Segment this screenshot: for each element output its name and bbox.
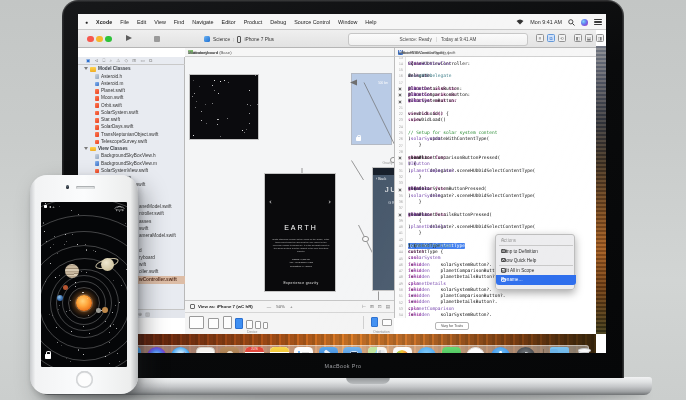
home-button[interactable]: [76, 371, 93, 388]
file-row[interactable]: Moon.swift: [78, 95, 185, 102]
menu-item-navigate[interactable]: Navigate: [192, 19, 213, 25]
menu-item-show-quick-help[interactable]: Show Quick Help⌥: [496, 256, 576, 265]
align-button[interactable]: ⊢: [362, 304, 366, 309]
dock-icon-notes[interactable]: [270, 347, 289, 353]
dock-icon-maps[interactable]: [368, 347, 387, 353]
file-group[interactable]: View Classes: [78, 146, 185, 153]
navigator-tab-source-control[interactable]: ⊲: [95, 58, 99, 64]
add-file-icon[interactable]: ⊕: [138, 311, 142, 317]
connection-dot[interactable]: [398, 93, 402, 97]
menu-item-view[interactable]: View: [154, 19, 166, 25]
menu-item-window[interactable]: Window: [338, 19, 357, 25]
file-row[interactable]: BackgroundSkyBoxView.m: [78, 160, 185, 167]
dock-icon-facetime[interactable]: [442, 347, 461, 353]
connection-dot[interactable]: [398, 213, 402, 217]
filter-icon[interactable]: ▨: [145, 311, 150, 317]
file-row[interactable]: Asteroid.h: [78, 73, 185, 80]
connection-dot[interactable]: [398, 87, 402, 91]
inspector-panel-button[interactable]: ◨: [596, 34, 604, 42]
dock-icon-trash[interactable]: [574, 347, 593, 353]
run-button[interactable]: [126, 35, 132, 41]
assistant-editor-button[interactable]: ⧉: [547, 34, 555, 42]
spotlight-icon[interactable]: [568, 19, 575, 26]
earth-cta-button[interactable]: Experience gravity: [265, 281, 336, 285]
connection-dot[interactable]: [398, 156, 402, 160]
apple-menu-icon[interactable]: ●: [85, 19, 88, 25]
file-row[interactable]: Orbit.swift: [78, 102, 185, 109]
zoom-level[interactable]: 50%: [276, 304, 285, 309]
menu-item-editor[interactable]: Editor: [222, 19, 236, 25]
close-window-button[interactable]: [87, 36, 94, 43]
notification-center-icon[interactable]: [594, 19, 602, 25]
device-config-icon[interactable]: [190, 304, 195, 309]
scene-earth-card[interactable]: ‹ › EARTH Earth otherwise known as the W…: [264, 173, 336, 292]
dock-icon-photos[interactable]: [393, 347, 412, 353]
file-row[interactable]: SolarSystemView.swift: [78, 168, 185, 175]
debug-area-button[interactable]: ⬓: [585, 34, 593, 42]
zoom-window-button[interactable]: [105, 36, 112, 43]
file-row[interactable]: Star.swift: [78, 117, 185, 124]
navigator-tab-breakpoints[interactable]: ▭: [140, 58, 144, 64]
scene-jupiter-card[interactable]: ‹ Back JUPITER GRAVITY TEST 500 km: [372, 167, 394, 291]
breadcrumb-4[interactable]: No Selection: [188, 50, 212, 55]
device-thumb-3[interactable]: [235, 318, 243, 329]
navigator-tab-issues[interactable]: ⚠: [116, 58, 120, 64]
assistant-jump-bar[interactable]: ‹›SceneHUDViewController.swift›MupdateWi…: [394, 48, 596, 57]
dock-icon-downloads[interactable]: [550, 347, 569, 353]
minimize-window-button[interactable]: [96, 36, 103, 43]
navigator-tab-symbols[interactable]: ⌸: [103, 58, 106, 64]
file-row[interactable]: TransNeptunianObject.swift: [78, 131, 185, 138]
carousel-prev-icon[interactable]: ‹: [269, 198, 272, 206]
close-assistant-icon[interactable]: ×: [401, 49, 404, 55]
menu-clock[interactable]: Mon 9:41 AM: [530, 19, 562, 25]
standard-editor-button[interactable]: ≡: [536, 34, 544, 42]
menu-item-help[interactable]: Help: [365, 19, 376, 25]
vary-for-traits-button[interactable]: Vary for Traits: [435, 322, 469, 330]
device-thumb-0[interactable]: [189, 316, 204, 329]
file-group[interactable]: Model Classes: [78, 66, 185, 73]
connection-dot[interactable]: [398, 188, 402, 192]
orientation-portrait[interactable]: [371, 317, 378, 327]
dock-icon-reminders[interactable]: [294, 347, 313, 353]
menu-item-find[interactable]: Find: [174, 19, 185, 25]
siri-icon[interactable]: [581, 19, 588, 26]
dock-icon-calendar[interactable]: 5: [245, 347, 264, 353]
menu-item-debug[interactable]: Debug: [270, 19, 286, 25]
segue-badge[interactable]: [362, 236, 368, 242]
scene-jupiter-header[interactable]: Gravity Simulator View Controller: [372, 161, 394, 165]
file-row[interactable]: SolarSystem.swift: [78, 110, 185, 117]
device-thumb-6[interactable]: [263, 322, 268, 329]
back-button[interactable]: ‹ Back: [376, 177, 386, 181]
disclosure-triangle-icon[interactable]: [84, 67, 88, 70]
device-thumb-5[interactable]: [255, 321, 261, 329]
version-editor-button[interactable]: ⟲: [558, 34, 566, 42]
storyboard-jump-bar[interactable]: ‹›Science›Science›Main.storyboard›Main.s…: [185, 48, 394, 57]
navigator-tab-tests[interactable]: ◇: [125, 58, 129, 64]
zoom-out-button[interactable]: —: [267, 304, 271, 309]
storyboard-canvas[interactable]: 500 km: [185, 57, 394, 300]
dock-icon-xcode[interactable]: [319, 347, 338, 353]
navigator-tab-search[interactable]: ⌕: [110, 58, 113, 64]
device-thumb-4[interactable]: [246, 320, 253, 329]
menu-item-edit[interactable]: Edit: [137, 19, 146, 25]
device-thumb-1[interactable]: [208, 318, 219, 329]
scheme-selector[interactable]: Science 〉 iPhone 7 Plus: [204, 33, 274, 45]
menu-item-xcode[interactable]: Xcode: [96, 19, 112, 25]
stop-button[interactable]: [154, 36, 160, 42]
dock-icon-mail[interactable]: [196, 347, 215, 353]
menu-item-jump-to-definition[interactable]: Jump to Definition^⌘: [496, 247, 576, 256]
resolve-button[interactable]: ⊡: [378, 304, 382, 309]
dock-icon-contacts[interactable]: [220, 347, 239, 353]
file-row[interactable]: Planet.swift: [78, 88, 185, 95]
menu-item-source-control[interactable]: Source Control: [294, 19, 330, 25]
menu-search-row[interactable]: Actions: [496, 236, 576, 245]
file-row[interactable]: SolarDays.swift: [78, 124, 185, 131]
navigator-panel-button[interactable]: ◧: [574, 34, 582, 42]
stack-button[interactable]: ▤: [386, 304, 390, 309]
file-row[interactable]: Asteroid.m: [78, 81, 185, 88]
zoom-in-button[interactable]: +: [290, 304, 293, 309]
file-row[interactable]: BackgroundSkyBoxView.h: [78, 153, 185, 160]
navigator-tab-project[interactable]: ▣: [86, 58, 90, 64]
carousel-next-icon[interactable]: ›: [328, 198, 331, 206]
connection-dot[interactable]: [398, 100, 402, 104]
